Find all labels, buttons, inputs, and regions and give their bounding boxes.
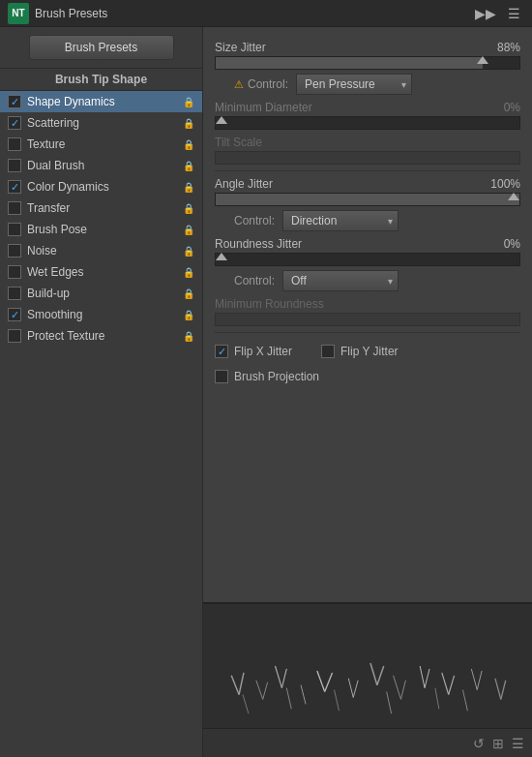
angle-jitter-thumb xyxy=(508,193,519,200)
expand-button[interactable]: ▶▶ xyxy=(471,6,500,21)
flip-x-jitter-checkbox[interactable] xyxy=(215,345,228,358)
size-jitter-row: Size Jitter 88% xyxy=(215,41,520,54)
svg-line-25 xyxy=(335,690,340,712)
checkbox-color-dynamics[interactable] xyxy=(8,180,21,194)
min-diameter-value: 0% xyxy=(482,101,520,114)
checkbox-noise[interactable] xyxy=(8,244,21,257)
angle-jitter-control-row: Control: Direction Off Fade Pen Pressure… xyxy=(215,210,520,231)
roundness-jitter-control-dropdown-wrapper: Off Fade Pen Pressure Pen Tilt xyxy=(282,270,399,291)
brush-presets-button[interactable]: Brush Presets xyxy=(29,35,174,60)
label-dual-brush: Dual Brush xyxy=(27,159,179,172)
checkbox-transfer[interactable] xyxy=(8,201,21,215)
lock-icon-wet-edges: 🔒 xyxy=(183,267,194,278)
menu-item-smoothing[interactable]: Smoothing🔒 xyxy=(0,304,202,325)
size-jitter-value: 88% xyxy=(482,41,520,54)
menu-button[interactable]: ☰ xyxy=(504,6,524,21)
menu-item-build-up[interactable]: Build-up🔒 xyxy=(0,283,202,304)
menu-item-dual-brush[interactable]: Dual Brush🔒 xyxy=(0,155,202,176)
roundness-jitter-slider[interactable] xyxy=(215,253,520,266)
brush-projection-checkbox[interactable] xyxy=(215,370,228,383)
flip-y-jitter-label: Flip Y Jitter xyxy=(340,345,399,358)
label-smoothing: Smoothing xyxy=(27,308,179,321)
svg-line-12 xyxy=(377,666,384,685)
checkbox-smoothing[interactable] xyxy=(8,308,21,321)
bottom-toolbar: ↺ ⊞ ☰ xyxy=(203,728,532,757)
flip-row: Flip X Jitter Flip Y Jitter xyxy=(215,339,520,364)
checkbox-shape-dynamics[interactable] xyxy=(8,95,21,108)
flip-x-jitter-label: Flip X Jitter xyxy=(234,345,292,358)
menu-item-wet-edges[interactable]: Wet Edges🔒 xyxy=(0,261,202,283)
label-scattering: Scattering xyxy=(27,116,179,130)
svg-line-15 xyxy=(420,666,425,688)
size-jitter-label: Size Jitter xyxy=(215,41,482,54)
svg-line-23 xyxy=(243,695,249,714)
svg-line-18 xyxy=(449,676,455,695)
roundness-jitter-row: Roundness Jitter 0% xyxy=(215,237,520,251)
svg-line-22 xyxy=(501,681,506,700)
svg-line-20 xyxy=(477,671,482,690)
angle-jitter-fill xyxy=(216,194,519,205)
svg-line-27 xyxy=(435,688,439,710)
svg-line-21 xyxy=(495,679,501,700)
label-noise: Noise xyxy=(27,244,179,257)
menu-item-color-dynamics[interactable]: Color Dynamics🔒 xyxy=(0,176,202,197)
app-icon: NT xyxy=(8,3,29,24)
svg-line-5 xyxy=(281,669,286,688)
grid-icon[interactable]: ⊞ xyxy=(492,736,504,751)
menu-item-texture[interactable]: Texture🔒 xyxy=(0,134,202,155)
recycle-icon[interactable]: ↺ xyxy=(473,736,485,751)
roundness-jitter-control-dropdown[interactable]: Off Fade Pen Pressure Pen Tilt xyxy=(282,270,399,291)
min-roundness-slider xyxy=(215,313,520,326)
size-jitter-control-dropdown[interactable]: Pen Pressure Off Fade Pen Tilt Stylus Wh… xyxy=(296,74,412,95)
angle-jitter-value: 100% xyxy=(482,177,520,191)
roundness-jitter-thumb xyxy=(216,253,227,260)
lock-icon-protect-texture: 🔒 xyxy=(183,331,194,342)
brush-projection-label: Brush Projection xyxy=(234,370,319,383)
svg-line-19 xyxy=(471,669,477,690)
angle-jitter-slider[interactable] xyxy=(215,193,520,206)
svg-line-10 xyxy=(353,681,358,698)
size-jitter-thumb xyxy=(477,56,488,64)
size-jitter-slider[interactable] xyxy=(215,56,520,70)
menu-item-scattering[interactable]: Scattering🔒 xyxy=(0,112,202,134)
size-jitter-control-label: Control: xyxy=(248,77,288,91)
menu-item-shape-dynamics[interactable]: Shape Dynamics🔒 xyxy=(0,91,202,112)
menu-item-noise[interactable]: Noise🔒 xyxy=(0,240,202,261)
options-icon[interactable]: ☰ xyxy=(512,736,524,751)
checkbox-texture[interactable] xyxy=(8,137,21,151)
size-jitter-control-dropdown-wrapper: Pen Pressure Off Fade Pen Tilt Stylus Wh… xyxy=(296,74,412,95)
tilt-scale-row: Tilt Scale xyxy=(215,136,520,149)
flip-y-jitter-checkbox[interactable] xyxy=(321,345,335,358)
roundness-jitter-label: Roundness Jitter xyxy=(215,237,482,251)
angle-jitter-control-dropdown[interactable]: Direction Off Fade Pen Pressure Pen Tilt… xyxy=(282,210,399,231)
svg-line-16 xyxy=(425,669,429,688)
size-jitter-fill xyxy=(216,57,483,69)
checkbox-dual-brush[interactable] xyxy=(8,159,21,172)
checkbox-protect-texture[interactable] xyxy=(8,329,21,343)
svg-line-0 xyxy=(231,676,239,695)
lock-icon-noise: 🔒 xyxy=(183,246,194,257)
label-texture: Texture xyxy=(27,137,179,151)
min-diameter-slider[interactable] xyxy=(215,116,520,130)
tilt-scale-label: Tilt Scale xyxy=(215,136,482,149)
menu-item-transfer[interactable]: Transfer🔒 xyxy=(0,197,202,219)
lock-icon-color-dynamics: 🔒 xyxy=(183,182,194,193)
divider-2 xyxy=(215,332,520,333)
label-protect-texture: Protect Texture xyxy=(27,329,179,343)
roundness-jitter-control-row: Control: Off Fade Pen Pressure Pen Tilt xyxy=(215,270,520,291)
brush-preview-canvas xyxy=(203,604,532,728)
label-color-dynamics: Color Dynamics xyxy=(27,180,179,194)
angle-jitter-control-label: Control: xyxy=(234,214,275,227)
menu-item-brush-pose[interactable]: Brush Pose🔒 xyxy=(0,219,202,240)
checkbox-wet-edges[interactable] xyxy=(8,265,21,279)
menu-item-protect-texture[interactable]: Protect Texture🔒 xyxy=(0,325,202,347)
roundness-jitter-control-label: Control: xyxy=(234,274,275,288)
min-diameter-label: Minimum Diameter xyxy=(215,101,482,114)
checkbox-build-up[interactable] xyxy=(8,287,21,300)
checkbox-brush-pose[interactable] xyxy=(8,223,21,236)
checkbox-scattering[interactable] xyxy=(8,116,21,130)
svg-line-6 xyxy=(301,685,306,705)
min-roundness-label: Minimum Roundness xyxy=(215,297,520,311)
label-wet-edges: Wet Edges xyxy=(27,265,179,279)
svg-line-11 xyxy=(370,663,377,685)
